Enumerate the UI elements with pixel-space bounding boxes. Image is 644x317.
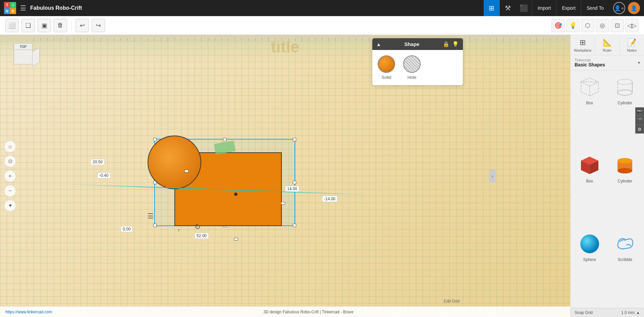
handle-mr[interactable] [293, 181, 296, 184]
center-handle[interactable] [234, 193, 237, 196]
shape-panel-title: Shape [404, 41, 419, 47]
orange-cylinder-shape[interactable] [148, 136, 201, 189]
new-shape-button[interactable]: ⬜ [5, 19, 19, 32]
hamburger-menu[interactable]: ☰ [20, 4, 26, 12]
orthographic-button[interactable]: ⊡ [610, 19, 624, 32]
edit-grid-button[interactable]: Edit Grid [444, 299, 460, 304]
snap-value-text: 1.0 mm [621, 310, 635, 315]
dim-height: 20.50 [91, 159, 105, 165]
ruler-icon: 📐 [603, 38, 612, 47]
panel-collapse-arrow[interactable]: › [489, 169, 496, 183]
duplicate-button[interactable]: ❑ [21, 19, 35, 32]
shape-item-sphere-blue[interactable]: Sphere [573, 230, 606, 305]
zoom-in-button[interactable]: + [4, 170, 16, 182]
orientation-button[interactable]: ✦ [4, 200, 16, 212]
light-button[interactable]: 💡 [566, 19, 580, 32]
build-button[interactable]: ⚒ [500, 0, 516, 16]
notes-icon: 📝 [627, 38, 636, 47]
shape-panel-body: Solid Hole [372, 50, 463, 85]
send-to-button[interactable]: Send To [581, 0, 609, 16]
svg-point-16 [580, 234, 599, 253]
handle-tm[interactable] [223, 138, 226, 141]
hole-option[interactable]: Hole [403, 55, 421, 80]
shape-sphere-label: Sphere [583, 257, 596, 262]
scribble-thumb [613, 232, 637, 256]
svg-point-15 [618, 158, 632, 163]
shape-item-box-red[interactable]: Box [573, 151, 606, 227]
tab-notes[interactable]: 📝 Notes [620, 35, 644, 55]
handle-bl[interactable] [153, 224, 157, 227]
cube-top-face[interactable]: TOP [14, 43, 33, 50]
simulate-button[interactable]: ⬛ [516, 0, 532, 16]
category-dropdown[interactable]: Tinkercad Basic Shapes ▾ [571, 55, 644, 70]
handle-br[interactable] [293, 224, 296, 227]
mirror-button[interactable]: ◁▷ [625, 19, 639, 32]
shape-item-box-wireframe[interactable]: Box [573, 73, 606, 149]
snap-grid-label: Snap Grid [575, 310, 593, 315]
topbar-right: ⊞ ⚒ ⬛ Import Export Send To 👤+ 👤 [484, 0, 640, 16]
shape-item-cylinder-orange[interactable]: Cylinder [609, 151, 642, 227]
toolbar: ⬜ ❑ ▣ 🗑 ↩ ↪ 🎯 💡 ⬡ ◎ ⊡ ◁▷ [0, 16, 644, 35]
shape-lock-icon[interactable]: 🔒 [443, 41, 449, 47]
right-panel: ⊞ Workplane 📐 Ruler 📝 Notes Tinkercad Ba… [570, 35, 644, 317]
cube-side-face[interactable] [32, 48, 40, 67]
dropdown-arrow: ▾ [638, 60, 640, 65]
solid-label: Solid [382, 75, 391, 80]
import-button[interactable]: Import [532, 0, 556, 16]
fit-all-button[interactable]: ⊙ [4, 155, 16, 167]
cube-front-face[interactable] [14, 50, 33, 64]
hole-label: Hole [408, 75, 417, 80]
avatar[interactable]: 👤 [628, 2, 640, 14]
category-name: Basic Shapes [575, 62, 605, 67]
solid-option[interactable]: Solid [378, 55, 395, 80]
side-toolbar: 📷 🎬 ⚙ [635, 107, 644, 134]
workplane-icon: ⊞ [580, 38, 586, 47]
export-button[interactable]: Export [556, 0, 581, 16]
camera-button[interactable]: 🎯 [551, 19, 565, 32]
dim-y-offset: -0.40 [97, 172, 110, 178]
shape-cylinder-wireframe-label: Cylinder [618, 101, 632, 105]
notes-tab-label: Notes [627, 48, 637, 52]
mid-handle-bottom[interactable] [234, 238, 238, 241]
shape-panel-collapse[interactable]: ▲ [376, 42, 381, 47]
add-user-button[interactable]: 👤+ [613, 2, 625, 14]
shape-cylinder-orange-label: Cylinder [618, 179, 632, 183]
undo-button[interactable]: ↩ [75, 19, 89, 32]
snap-value-selector[interactable]: 1.0 mm ▲ [621, 310, 640, 315]
toolbar-right: 🎯 💡 ⬡ ◎ ⊡ ◁▷ [551, 19, 639, 32]
delete-button[interactable]: 🗑 [54, 19, 67, 32]
snap-value-arrow: ▲ [636, 310, 640, 315]
svg-marker-1 [581, 82, 598, 86]
sphere-blue-thumb [578, 232, 602, 256]
tab-workplane[interactable]: ⊞ Workplane [571, 35, 595, 55]
zoom-out-button[interactable]: − [4, 185, 16, 197]
group-button[interactable]: ▣ [38, 19, 51, 32]
svg-point-14 [618, 168, 632, 173]
side-video-btn[interactable]: 🎬 [635, 116, 644, 125]
3d-object-group: ↻ x 20.50 -0.40 0.00 52.00 14.00 -14.00 [127, 125, 302, 240]
shape-gen-button[interactable]: ⬡ [581, 19, 594, 32]
shape-item-scribble[interactable]: Scribble [609, 230, 642, 305]
shape-panel: ▲ Shape 🔒 💡 Solid Hole [372, 38, 463, 85]
mid-handle-top-center[interactable] [184, 170, 189, 172]
category-provider: Tinkercad [575, 58, 605, 62]
grid-view-button[interactable]: ⊞ [484, 0, 500, 16]
url-display: https://www.tinkercad.com [5, 310, 52, 314]
redo-button[interactable]: ↪ [92, 19, 105, 32]
shape-light-icon[interactable]: 💡 [452, 41, 459, 47]
view-cube[interactable]: TOP [8, 42, 38, 72]
canvas-area[interactable]: title // generate ticks for(let i=0;i<80… [0, 35, 570, 317]
view-mode-button[interactable]: ◎ [596, 19, 609, 32]
home-view-button[interactable]: ⌂ [4, 141, 16, 153]
mid-handle-right[interactable] [281, 202, 285, 205]
logo-n: N [4, 8, 10, 14]
handle-tr[interactable] [293, 138, 296, 141]
side-settings-btn[interactable]: ⚙ [635, 125, 644, 134]
tab-ruler[interactable]: 📐 Ruler [595, 35, 620, 55]
project-title[interactable]: Fabulous Robo-Crift [30, 5, 480, 11]
side-camera-btn[interactable]: 📷 [635, 107, 644, 116]
shape-panel-header: ▲ Shape 🔒 💡 [372, 38, 463, 50]
status-bar: https://www.tinkercad.com 3D design Fabu… [0, 306, 570, 317]
stack-icon[interactable]: ☰ [148, 212, 154, 220]
handle-tl[interactable] [153, 138, 157, 141]
